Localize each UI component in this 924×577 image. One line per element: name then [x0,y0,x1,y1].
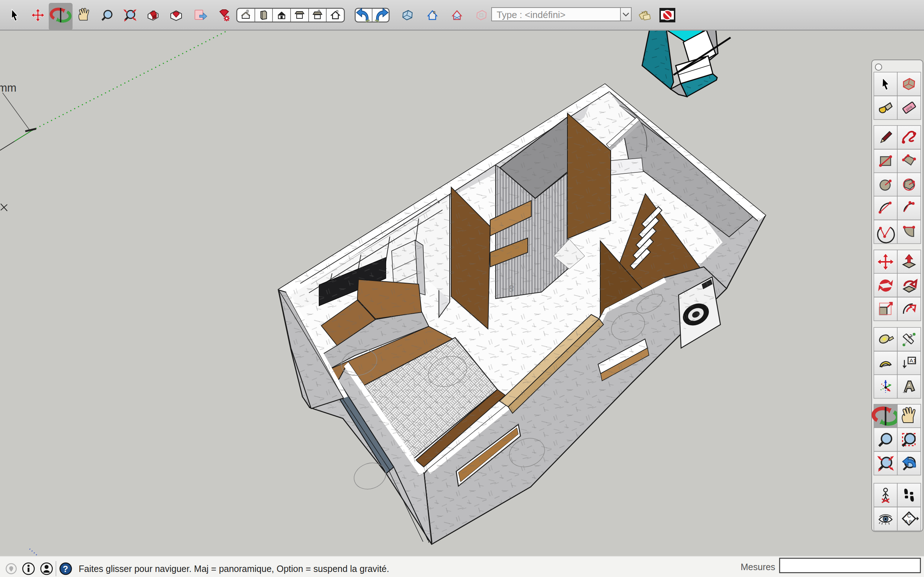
svg-text:XYZ: XYZ [641,11,648,15]
svg-text:A-B: A-B [905,519,912,524]
svg-text:Faites glisser pour naviguer.: Faites glisser pour naviguer. Maj = pano… [79,564,389,574]
svg-text:Mesures: Mesures [741,562,775,572]
svg-text:mm: mm [0,82,16,94]
svg-text:Type : <indéfini>: Type : <indéfini> [497,10,565,20]
svg-text:?: ? [63,564,68,574]
svg-text:A1: A1 [909,357,916,364]
svg-text:C: C [907,513,911,519]
